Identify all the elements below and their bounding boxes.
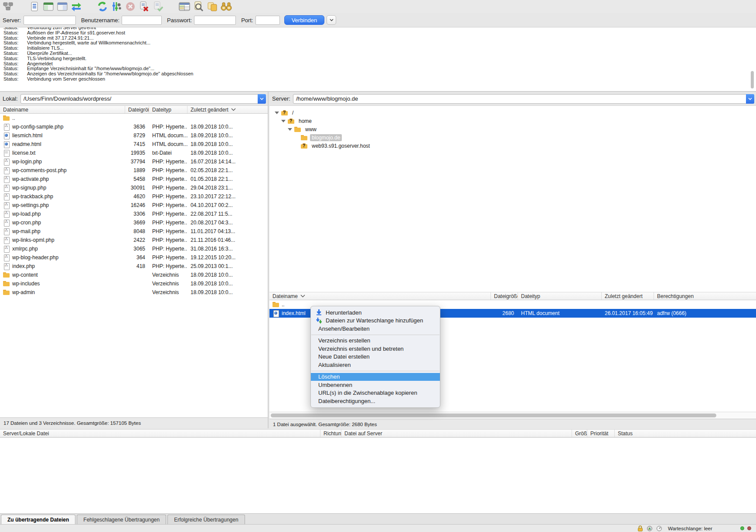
file-row[interactable]: wp-contentVerzeichnis18.09.2018 10:0... <box>0 271 268 279</box>
queue-ok-indicator <box>740 526 744 530</box>
transfer-queue-toggle-icon[interactable] <box>71 1 82 12</box>
column-header-priorit-t[interactable]: Priorität <box>587 430 615 437</box>
transfer-queue-body[interactable] <box>0 438 756 513</box>
file-row[interactable]: wp-adminVerzeichnis18.09.2018 10:0... <box>0 288 268 297</box>
remote-path-value[interactable]: /home/www/blogmojo.de <box>293 95 746 102</box>
tab-fehlgeschlagene-bertragungen[interactable]: Fehlgeschlagene Übertragungen <box>77 515 166 524</box>
file-type-cell: Verzeichnis <box>149 279 187 288</box>
menu-item-verzeichnis-erstellen-und-betreten[interactable]: Verzeichnis erstellen und betreten <box>311 345 440 353</box>
file-row[interactable]: wp-signup.php30091PHP: Hyperte..29.04.20… <box>0 183 268 192</box>
synchronized-browsing-icon[interactable] <box>207 1 218 12</box>
file-name-cell: liesmich.html <box>0 131 125 140</box>
tree-item-www[interactable]: www <box>269 125 756 133</box>
column-header-berechtigungen[interactable]: Berechtigungen <box>654 292 756 300</box>
remote-path-dropdown-button[interactable] <box>746 94 754 104</box>
file-row[interactable]: .. <box>0 114 268 122</box>
file-row[interactable]: wp-load.php3306PHP: Hyperte..22.08.2017 … <box>0 210 268 218</box>
column-header-dateigr-e[interactable]: Dateigröße <box>125 106 149 113</box>
file-row[interactable]: liesmich.html8729HTML docum...18.09.2018… <box>0 131 268 140</box>
username-input[interactable] <box>122 16 162 25</box>
file-row[interactable]: xmlrpc.php3065PHP: Hyperte..31.08.2016 1… <box>0 244 268 253</box>
menu-item-neue-datei-erstellen[interactable]: Neue Datei erstellen <box>311 353 440 361</box>
directory-comparison-icon[interactable] <box>193 1 204 12</box>
column-header-dateiname[interactable]: Dateiname <box>0 106 125 113</box>
cancel-icon[interactable] <box>125 1 136 12</box>
menu-item-url-s-in-die-zwischenablage-kopieren[interactable]: URL(s) in die Zwischenablage kopieren <box>311 389 440 397</box>
column-header-datei-auf-server[interactable]: Datei auf Server <box>341 430 572 437</box>
menu-item-l-schen[interactable]: Löschen <box>311 373 440 381</box>
log-scrollbar-thumb[interactable] <box>751 71 754 88</box>
column-header-dateiname[interactable]: Dateiname <box>269 292 491 300</box>
file-row[interactable]: wp-activate.php5458PHP: Hyperte..01.05.2… <box>0 175 268 183</box>
tree-item-blogmojo-de[interactable]: blogmojo.de <box>269 133 756 142</box>
local-path-dropdown-button[interactable] <box>258 94 266 104</box>
log-scrollbar[interactable] <box>750 28 755 91</box>
message-log[interactable]: Status:Verbindung zum Server getrenntSta… <box>0 27 756 92</box>
log-entry: Status:TLS-Verbindung hergestellt. <box>0 56 756 61</box>
port-input[interactable] <box>255 16 280 25</box>
file-size-cell: 7415 <box>125 140 149 149</box>
column-header-gr-e[interactable]: Größe <box>572 430 587 437</box>
file-row[interactable]: readme.html7415HTML docum...18.09.2018 1… <box>0 140 268 149</box>
remote-tree-toggle-icon[interactable] <box>57 1 68 12</box>
column-header-server-lokale-datei[interactable]: Server/Lokale Datei <box>0 430 320 437</box>
tree-item-home[interactable]: home <box>269 117 756 125</box>
remote-path-combo[interactable]: /home/www/blogmojo.de <box>293 94 754 104</box>
menu-item-ansehen-bearbeiten[interactable]: Ansehen/Bearbeiten <box>311 325 440 333</box>
file-row[interactable]: wp-links-opml.php2422PHP: Hyperte..21.11… <box>0 236 268 244</box>
column-header-zuletzt-ge-ndert[interactable]: Zuletzt geändert <box>602 292 654 300</box>
filter-icon[interactable] <box>111 1 122 12</box>
tab-erfolgreiche-bertragungen[interactable]: Erfolgreiche Übertragungen <box>167 515 245 524</box>
file-row[interactable]: wp-cron.php3669PHP: Hyperte..20.08.2017 … <box>0 218 268 227</box>
remote-scrollbar-thumb[interactable] <box>271 413 716 417</box>
menu-item-aktualisieren[interactable]: Aktualisieren <box>311 361 440 369</box>
remote-path-label: Server: <box>272 95 290 102</box>
disclosure-triangle-icon[interactable] <box>281 120 286 122</box>
file-row[interactable]: index.php418PHP: Hyperte..25.09.2013 00:… <box>0 262 268 271</box>
file-row[interactable]: wp-includesVerzeichnis18.09.2018 10:0... <box>0 279 268 288</box>
file-size-cell: 3306 <box>125 210 149 218</box>
tree-item--[interactable]: / <box>269 108 756 117</box>
column-header-dateityp[interactable]: Dateityp <box>518 292 602 300</box>
file-row[interactable]: wp-mail.php8048PHP: Hyperte..11.01.2017 … <box>0 227 268 236</box>
column-header-status[interactable]: Status <box>615 430 756 437</box>
column-header-dateityp[interactable]: Dateityp <box>149 106 187 113</box>
column-header-zuletzt-ge-ndert[interactable]: Zuletzt geändert <box>187 106 268 113</box>
menu-item-verzeichnis-erstellen[interactable]: Verzeichnis erstellen <box>311 337 440 345</box>
connect-dropdown-button[interactable] <box>327 15 336 25</box>
message-log-toggle-icon[interactable] <box>29 1 40 12</box>
directory-listing-icon[interactable] <box>179 1 190 12</box>
gear-auto-icon[interactable]: A <box>647 525 653 532</box>
file-row[interactable]: wp-comments-post.php1889PHP: Hyperte..02… <box>0 166 268 175</box>
file-modified-cell: 02.05.2018 22:1... <box>187 166 268 175</box>
local-path-value[interactable]: /Users/Finn/Downloads/wordpress/ <box>21 95 258 102</box>
menu-item-dateiberechtigungen-[interactable]: Dateiberechtigungen... <box>311 397 440 405</box>
file-row[interactable]: wp-trackback.php4620PHP: Hyperte..23.10.… <box>0 192 268 201</box>
menu-item-umbenennen[interactable]: Umbenennen <box>311 381 440 389</box>
connect-button[interactable]: Verbinden <box>284 15 325 25</box>
refresh-icon[interactable] <box>97 1 108 12</box>
menu-item-herunterladen[interactable]: Herunterladen <box>311 308 440 317</box>
disclosure-triangle-icon[interactable] <box>288 128 292 131</box>
file-row[interactable]: license.txt19935txt-Datei18.09.2018 10:0… <box>0 149 268 157</box>
tab-zu-bertragende-dateien[interactable]: Zu übertragende Dateien <box>1 515 75 524</box>
reconnect-icon[interactable] <box>153 1 164 12</box>
menu-item-dateien-zur-warteschlange-hinzuf-gen[interactable]: Dateien zur Warteschlange hinzufügen <box>311 317 440 325</box>
local-path-combo[interactable]: /Users/Finn/Downloads/wordpress/ <box>20 94 266 104</box>
speed-limit-icon[interactable] <box>656 525 662 532</box>
local-tree-toggle-icon[interactable] <box>43 1 54 12</box>
tree-item-web93-s91-goserver-host[interactable]: web93.s91.goserver.host <box>269 142 756 150</box>
column-header-richtung[interactable]: Richtung <box>320 430 341 437</box>
file-row[interactable]: wp-login.php37794PHP: Hyperte..16.07.201… <box>0 157 268 166</box>
server-input[interactable] <box>24 16 76 25</box>
column-header-dateigr-e[interactable]: Dateigröße <box>491 292 518 300</box>
disclosure-triangle-icon[interactable] <box>275 112 279 114</box>
site-manager-icon[interactable] <box>3 1 14 12</box>
disconnect-icon[interactable] <box>139 1 150 12</box>
remote-horizontal-scrollbar[interactable] <box>269 412 756 419</box>
file-row[interactable]: wp-settings.php16246PHP: Hyperte..04.10.… <box>0 201 268 210</box>
password-input[interactable] <box>194 16 236 25</box>
file-row[interactable]: wp-blog-header.php364PHP: Hyperte..19.12… <box>0 253 268 262</box>
file-row[interactable]: wp-config-sample.php3636PHP: Hyperte..18… <box>0 122 268 131</box>
find-files-icon[interactable] <box>221 1 232 12</box>
